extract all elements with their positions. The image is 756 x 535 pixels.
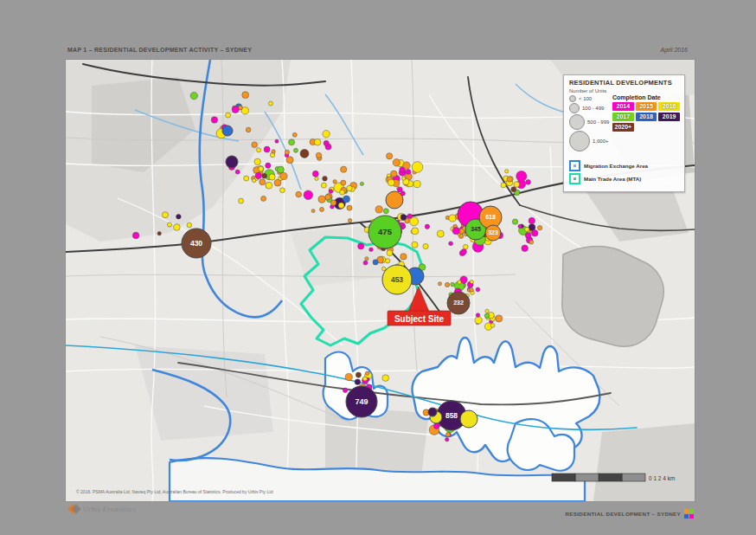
development-dot [174,224,181,231]
development-dot [312,171,318,177]
development-dot [490,324,495,328]
development-dot [373,260,378,265]
development-dot [264,146,270,152]
development-dot [452,228,459,235]
development-dot [329,190,333,194]
development-dot [280,188,285,193]
legend-size-row: < 100 [569,95,609,102]
map-canvas: 430475453345618323232749858 Subject Site… [65,59,695,502]
development-dot [496,315,503,322]
scale-bar-segment [575,474,599,481]
map-attribution: © 2016. PSMA Australia Ltd, Navteq Pty L… [76,489,273,494]
legend-title: RESIDENTIAL DEVELOPMENTS [569,79,680,87]
development-dot [360,182,363,185]
development-dot [406,170,411,175]
development-dot [458,280,461,284]
development-dot [311,209,315,213]
development-dot [402,177,406,180]
legend-size-label: < 100 [579,96,592,101]
development-dot [470,280,473,284]
development-dot [211,117,217,123]
development-dot [239,198,244,203]
development-dot [412,242,418,248]
legend-completion-title: Completion Date [612,94,680,100]
legend-size-circle [569,103,580,113]
development-dot [266,182,272,189]
development-dot [275,139,279,143]
development-dot [286,157,293,164]
development-dot [526,179,531,184]
development-bubble: 453 [382,265,412,294]
legend-size-row: 500 - 999 [569,114,609,130]
development-dot [347,185,353,191]
development-dot [449,215,456,222]
footer-brand-right: Residential Development – Sydney [566,509,694,519]
development-dot [476,287,480,292]
development-dot [383,209,388,214]
development-dot [459,234,464,238]
development-bubble [460,410,477,428]
development-dot [338,203,344,209]
development-dot [438,282,441,286]
development-dot [525,233,531,239]
development-dot [167,222,171,227]
legend-year-chip: 2017 [612,113,634,121]
development-dot [529,217,535,223]
development-dot [343,388,347,392]
map-title: MAP 1 – RESIDENTIAL DEVELOPMENT ACTIVITY… [67,47,252,53]
development-dot [330,200,336,205]
development-dot [157,232,161,235]
development-dot [425,224,429,229]
development-dot [464,244,469,249]
development-dot [235,170,240,174]
development-dot [190,92,197,99]
development-dot [412,162,423,173]
footer-left-text: Urbis Economics [83,506,136,513]
development-bubble: 323 [485,225,501,241]
development-dot [274,179,281,186]
development-dot [484,313,490,319]
development-bubble: 749 [346,386,377,417]
development-dot [269,174,275,180]
development-dot [325,195,331,201]
development-dot [531,230,538,237]
development-dot [363,261,368,265]
development-bubble-label: 749 [355,397,368,406]
development-bubble-label: 323 [488,229,498,235]
development-dot [518,224,522,228]
legend-size-key: < 100100 - 499500 - 9991,000+ [569,94,609,152]
footer-brand-icon [684,509,694,519]
scale-bar: 0 1 2 4 km [552,474,675,481]
legend-year-chip: 2020+ [612,123,634,132]
development-bubble-label: 618 [485,214,496,220]
development-dot [285,150,289,154]
development-dot [505,170,509,173]
development-dot [522,245,529,252]
legend-year-chip: 2018 [636,113,657,121]
development-dot [382,375,389,382]
scale-bar-label: 0 1 2 4 km [649,475,675,481]
development-dot [255,172,261,178]
development-dot [324,140,329,145]
development-dot [132,232,139,239]
development-dot [296,191,302,197]
development-bubble-label: 858 [445,411,458,420]
development-bubble [428,408,437,416]
legend-area-label: Main Trade Area (MTA) [584,176,641,182]
scale-bar-segment [622,474,645,481]
legend-year-chip: 2014 [612,102,634,111]
development-dot [347,205,352,210]
development-dot [187,222,192,228]
development-dot [485,309,489,313]
development-dot [252,178,255,182]
scale-bar-segment [552,474,575,481]
development-dot [400,254,407,260]
development-dot [315,177,318,180]
development-dot [259,179,266,185]
development-dot [393,159,400,166]
development-dot [501,183,506,188]
footer-logo-icon [69,504,80,514]
development-dot [333,180,336,184]
development-dot [423,244,428,249]
development-dot [246,127,251,132]
